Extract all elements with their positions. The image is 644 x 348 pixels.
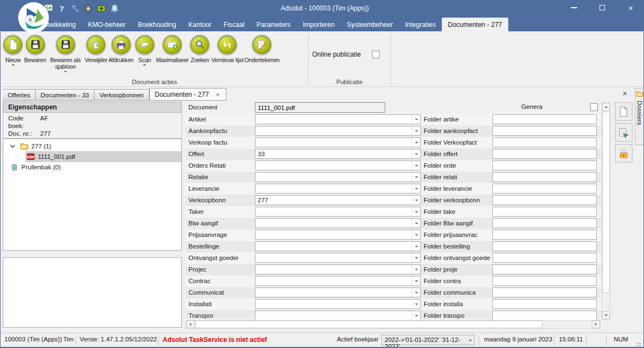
ribbon-button[interactable]: Verwijder <box>84 34 108 64</box>
menu-item[interactable]: Integraties <box>399 18 442 31</box>
folder-input[interactable] <box>492 126 597 136</box>
folder-input[interactable] <box>492 218 597 228</box>
chevron-down-icon[interactable] <box>412 184 420 193</box>
chevron-down-icon[interactable] <box>412 138 420 147</box>
chevron-down-icon[interactable] <box>412 161 420 170</box>
notifications-icon[interactable] <box>110 4 119 13</box>
vertical-scrollbar-thumb[interactable] <box>602 112 610 293</box>
chevron-down-icon[interactable] <box>412 253 420 262</box>
scroll-left-icon[interactable] <box>186 321 195 328</box>
menu-item[interactable]: Documenten - 277 <box>442 18 508 31</box>
field-combobox[interactable] <box>255 161 421 170</box>
field-combobox[interactable]: 277 <box>255 195 421 205</box>
ribbon-button[interactable]: Vernieuw lijst <box>210 34 243 64</box>
chevron-down-icon[interactable] <box>412 265 420 274</box>
chevron-down-icon[interactable] <box>412 300 420 308</box>
menu-item[interactable]: Systeembeheer <box>341 18 399 31</box>
app-logo-button[interactable] <box>18 2 49 34</box>
folder-input[interactable] <box>492 299 597 309</box>
chevron-down-icon[interactable] <box>412 126 420 135</box>
scroll-up-icon[interactable] <box>602 103 610 111</box>
field-combobox[interactable] <box>255 137 421 147</box>
field-combobox[interactable] <box>255 172 421 182</box>
tree-item[interactable]: 1111_001.pdf <box>3 151 181 162</box>
scroll-down-icon[interactable] <box>602 311 610 319</box>
ribbon-button[interactable]: Ondertekenen <box>244 34 280 64</box>
folder-input[interactable] <box>492 288 597 297</box>
field-combobox[interactable] <box>255 311 421 321</box>
chevron-down-icon[interactable] <box>412 230 420 239</box>
help-icon[interactable] <box>57 4 66 13</box>
folder-input[interactable] <box>492 114 597 124</box>
chevron-down-icon[interactable] <box>412 173 420 181</box>
field-combobox[interactable] <box>255 207 421 217</box>
menu-item[interactable]: Kantoor <box>182 18 218 31</box>
folder-input[interactable] <box>492 230 597 240</box>
chevron-down-icon[interactable] <box>12 64 15 68</box>
boekjaar-dropdown[interactable]: 2022->'01-01-2022' '31-12-2022' <box>381 335 475 345</box>
maximize-button[interactable] <box>594 1 610 14</box>
menu-item[interactable]: KMO-beheer <box>82 18 132 31</box>
ribbon-button[interactable]: Bewaren als sjabloon <box>47 34 84 75</box>
chevron-down-icon[interactable] <box>64 71 67 74</box>
ribbon-button[interactable]: Bewaren <box>24 34 47 64</box>
tree-expand-icon[interactable] <box>9 142 16 150</box>
chevron-down-icon[interactable] <box>412 207 420 216</box>
field-combobox[interactable] <box>255 126 421 136</box>
document-tab[interactable]: Documenten - 33 <box>36 89 95 101</box>
folder-input[interactable] <box>492 311 597 321</box>
tree-item[interactable]: Prullenbak (0) <box>3 162 181 172</box>
menu-item[interactable]: Parameters <box>251 18 297 31</box>
folder-input[interactable] <box>492 207 597 217</box>
field-combobox[interactable] <box>255 218 421 228</box>
close-button[interactable]: × <box>623 1 639 14</box>
online-publicatie-checkbox[interactable] <box>372 51 380 58</box>
tree-item[interactable]: 277 (1) <box>3 141 181 151</box>
field-combobox[interactable]: 33 <box>255 149 421 159</box>
chevron-down-icon[interactable] <box>412 277 420 285</box>
chevron-down-icon[interactable] <box>412 288 420 297</box>
chevron-down-icon[interactable] <box>143 64 146 68</box>
field-combobox[interactable] <box>255 264 421 274</box>
field-combobox[interactable] <box>255 230 421 240</box>
ribbon-button[interactable]: Afdrukken <box>108 34 134 64</box>
ribbon-button[interactable]: Scan <box>134 34 156 68</box>
horizontal-scrollbar[interactable] <box>186 320 601 329</box>
chevron-down-icon[interactable] <box>412 150 420 158</box>
close-tab-area-icon[interactable] <box>620 89 629 98</box>
scroll-right-icon[interactable] <box>592 321 600 328</box>
folder-input[interactable] <box>492 137 597 147</box>
document-tab[interactable]: Verkoopbonnen <box>95 89 149 101</box>
folder-input[interactable] <box>492 195 597 205</box>
sign-properties-button[interactable] <box>615 123 632 142</box>
chevron-down-icon[interactable] <box>412 219 420 228</box>
resize-grip[interactable] <box>640 343 641 344</box>
menu-item[interactable]: Fiscaal <box>218 18 251 31</box>
field-combobox[interactable] <box>255 114 421 124</box>
horizontal-scrollbar-thumb[interactable] <box>195 321 542 328</box>
folder-input[interactable] <box>492 241 597 251</box>
field-combobox[interactable] <box>255 288 421 297</box>
ribbon-button[interactable]: Maximaliseer <box>156 34 189 64</box>
folder-input[interactable] <box>492 253 597 263</box>
pin-icon[interactable] <box>70 4 80 13</box>
document-tab[interactable]: Documenten - 277 <box>149 88 227 101</box>
ribbon-button[interactable]: Zoeken <box>189 34 210 64</box>
folder-input[interactable] <box>492 172 597 182</box>
folder-input[interactable] <box>492 149 597 159</box>
tab-close-icon[interactable] <box>214 91 221 98</box>
chevron-down-icon[interactable] <box>412 311 420 320</box>
folder-input[interactable] <box>492 264 597 274</box>
folder-input[interactable] <box>492 184 597 194</box>
document-view-button[interactable] <box>615 102 632 121</box>
menu-item[interactable]: Boekhouding <box>132 18 182 31</box>
document-tab[interactable]: Offertes <box>3 89 36 101</box>
download-icon[interactable] <box>84 4 93 13</box>
field-combobox[interactable] <box>255 276 421 286</box>
dossiers-side-tab[interactable]: Dossiers <box>635 88 644 145</box>
folder-input[interactable] <box>492 161 597 170</box>
add-icon[interactable] <box>97 4 106 13</box>
general-checkbox[interactable] <box>590 103 598 111</box>
field-combobox[interactable] <box>255 253 421 263</box>
lock-button[interactable] <box>615 144 632 163</box>
